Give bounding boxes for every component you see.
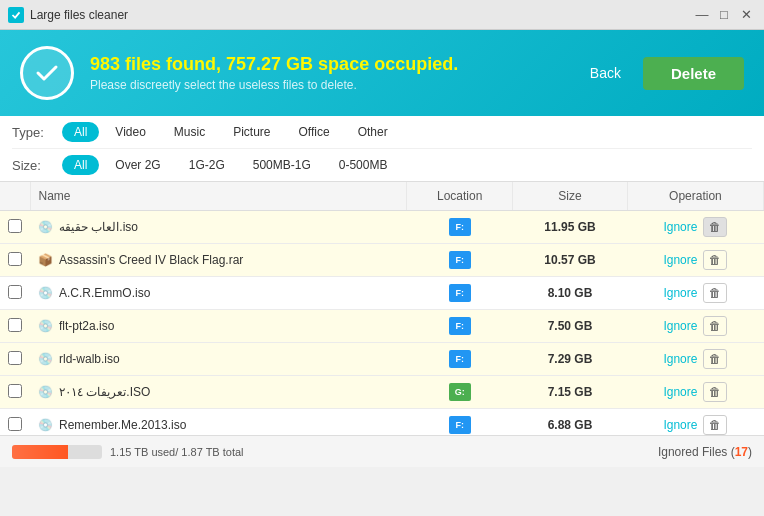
size-filter-1g2g[interactable]: 1G-2G	[177, 155, 237, 175]
space-amount: 757.27 GB	[226, 54, 313, 74]
type-filter-video[interactable]: Video	[103, 122, 157, 142]
back-button[interactable]: Back	[578, 59, 633, 87]
file-size: 7.15 GB	[513, 376, 628, 409]
row-checkbox[interactable]	[8, 219, 22, 233]
file-name: flt-pt2a.iso	[59, 319, 114, 333]
delete-row-button[interactable]: 🗑	[703, 316, 727, 336]
file-location: G:	[407, 376, 513, 409]
ignore-button[interactable]: Ignore	[663, 385, 697, 399]
file-name: A.C.R.EmmO.iso	[59, 286, 150, 300]
file-size: 10.57 GB	[513, 244, 628, 277]
file-operation: Ignore🗑	[627, 343, 763, 376]
table-row: 💿Remember.Me.2013.isoF:6.88 GBIgnore🗑	[0, 409, 764, 436]
progress-bar-fill	[12, 445, 68, 459]
table-row: 💿تعريفات ٢٠١٤.ISOG:7.15 GBIgnore🗑	[0, 376, 764, 409]
ignore-button[interactable]: Ignore	[663, 253, 697, 267]
size-filter-over2g[interactable]: Over 2G	[103, 155, 172, 175]
file-name-cell: 💿Remember.Me.2013.iso	[30, 409, 407, 436]
size-filter-500mb1g[interactable]: 500MB-1G	[241, 155, 323, 175]
file-type-icon: 💿	[38, 220, 53, 234]
file-type-icon: 💿	[38, 385, 53, 399]
file-size: 7.29 GB	[513, 343, 628, 376]
col-operation: Operation	[627, 182, 763, 211]
file-name-cell: 💿flt-pt2a.iso	[30, 310, 407, 343]
drive-icon: F:	[449, 350, 471, 368]
ignore-button[interactable]: Ignore	[663, 220, 697, 234]
used-amount: 1.15 TB used	[110, 446, 175, 458]
type-filter-picture[interactable]: Picture	[221, 122, 282, 142]
size-filter-all[interactable]: All	[62, 155, 99, 175]
file-operation: Ignore🗑	[627, 376, 763, 409]
status-bar: 1.15 TB used/ 1.87 TB total Ignored File…	[0, 435, 764, 467]
file-location: F:	[407, 310, 513, 343]
type-filter-other[interactable]: Other	[346, 122, 400, 142]
file-location: F:	[407, 244, 513, 277]
file-operation: Ignore🗑	[627, 211, 763, 244]
drive-icon: F:	[449, 218, 471, 236]
col-size: Size	[513, 182, 628, 211]
filters: Type: All Video Music Picture Office Oth…	[0, 116, 764, 182]
file-count: 983	[90, 54, 120, 74]
title-suffix: space occupied.	[313, 54, 458, 74]
file-name: العاب حقيقه.iso	[59, 220, 138, 234]
ignore-button[interactable]: Ignore	[663, 286, 697, 300]
file-table: Name Location Size Operation 💿العاب حقيق…	[0, 182, 764, 435]
row-checkbox[interactable]	[8, 285, 22, 299]
size-filter-0500mb[interactable]: 0-500MB	[327, 155, 400, 175]
file-name-cell: 💿العاب حقيقه.iso	[30, 211, 407, 244]
maximize-button[interactable]: □	[714, 5, 734, 25]
table-row: 💿A.C.R.EmmO.isoF:8.10 GBIgnore🗑	[0, 277, 764, 310]
row-checkbox[interactable]	[8, 417, 22, 431]
file-location: F:	[407, 277, 513, 310]
row-checkbox[interactable]	[8, 384, 22, 398]
table-row: 📦Assassin's Creed IV Black Flag.rarF:10.…	[0, 244, 764, 277]
progress-bar-bg	[12, 445, 102, 459]
type-filter-all[interactable]: All	[62, 122, 99, 142]
total-amount: 1.87 TB total	[181, 446, 243, 458]
ignore-button[interactable]: Ignore	[663, 319, 697, 333]
delete-row-button[interactable]: 🗑	[703, 382, 727, 402]
header-subtitle: Please discreetly select the useless fil…	[90, 78, 458, 92]
check-circle	[20, 46, 74, 100]
ignored-suffix: )	[748, 445, 752, 459]
col-name: Name	[30, 182, 407, 211]
ignore-button[interactable]: Ignore	[663, 352, 697, 366]
ignore-button[interactable]: Ignore	[663, 418, 697, 432]
table-row: 💿rld-walb.isoF:7.29 GBIgnore🗑	[0, 343, 764, 376]
delete-row-button[interactable]: 🗑	[703, 217, 727, 237]
file-operation: Ignore🗑	[627, 277, 763, 310]
file-name: تعريفات ٢٠١٤.ISO	[59, 385, 150, 399]
minimize-button[interactable]: —	[692, 5, 712, 25]
header-info: 983 files found, 757.27 GB space occupie…	[90, 54, 458, 92]
title-prefix: files found,	[120, 54, 226, 74]
window-controls: — □ ✕	[692, 5, 756, 25]
title-bar: Large files cleaner — □ ✕	[0, 0, 764, 30]
file-type-icon: 💿	[38, 319, 53, 333]
delete-row-button[interactable]: 🗑	[703, 415, 727, 435]
file-location: F:	[407, 211, 513, 244]
header-left: 983 files found, 757.27 GB space occupie…	[20, 46, 458, 100]
delete-row-button[interactable]: 🗑	[703, 250, 727, 270]
file-name-cell: 💿A.C.R.EmmO.iso	[30, 277, 407, 310]
delete-row-button[interactable]: 🗑	[703, 283, 727, 303]
file-name: rld-walb.iso	[59, 352, 120, 366]
delete-row-button[interactable]: 🗑	[703, 349, 727, 369]
file-name-cell: 💿rld-walb.iso	[30, 343, 407, 376]
type-filter-music[interactable]: Music	[162, 122, 217, 142]
file-location: F:	[407, 343, 513, 376]
drive-icon: F:	[449, 416, 471, 434]
row-checkbox[interactable]	[8, 318, 22, 332]
type-filter-office[interactable]: Office	[287, 122, 342, 142]
svg-point-0	[10, 8, 22, 20]
file-operation: Ignore🗑	[627, 409, 763, 436]
file-name-cell: 💿تعريفات ٢٠١٤.ISO	[30, 376, 407, 409]
file-type-icon: 💿	[38, 352, 53, 366]
close-button[interactable]: ✕	[736, 5, 756, 25]
delete-button[interactable]: Delete	[643, 57, 744, 90]
row-checkbox[interactable]	[8, 351, 22, 365]
app-icon	[8, 7, 24, 23]
col-location: Location	[407, 182, 513, 211]
file-name: Assassin's Creed IV Black Flag.rar	[59, 253, 243, 267]
row-checkbox[interactable]	[8, 252, 22, 266]
drive-icon: G:	[449, 383, 471, 401]
